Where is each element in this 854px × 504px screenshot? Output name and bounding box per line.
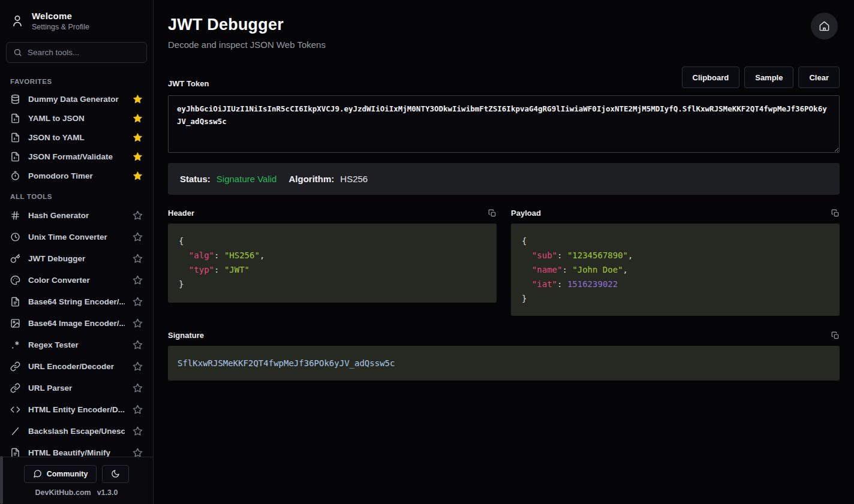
- link-icon: [10, 361, 20, 372]
- sidebar-item-unix-time-converter[interactable]: Unix Time Converter: [0, 226, 153, 248]
- json-token: }: [179, 279, 184, 289]
- clear-button[interactable]: Clear: [798, 67, 840, 88]
- star-filled-icon[interactable]: [133, 152, 143, 162]
- json-line: "alg": "HS256",: [179, 248, 486, 262]
- json-token: "1234567890": [567, 251, 628, 260]
- sidebar-item-hash-generator[interactable]: Hash Generator: [0, 204, 153, 226]
- sidebar-item-label: HTML Entity Encoder/D...: [28, 405, 125, 414]
- sidebar-item-url-parser[interactable]: URL Parser: [0, 377, 153, 399]
- status-bar: Status: Signature Valid Algorithm: HS256: [168, 163, 840, 195]
- sidebar-item-base64-string-encoder[interactable]: Base64 String Encoder/...: [0, 291, 153, 312]
- signature-value: SflKxwRJSMeKKF2QT4fwpMeJf36POk6yJV_adQss…: [168, 346, 840, 381]
- palette-icon: [10, 275, 20, 285]
- clipboard-button[interactable]: Clipboard: [682, 67, 740, 88]
- slash-icon: [10, 426, 20, 436]
- star-outline-icon[interactable]: [133, 448, 143, 458]
- json-token: "iat": [532, 279, 557, 289]
- jwt-token-label: JWT Token: [168, 79, 209, 88]
- sidebar-item-label: Pomodoro Timer: [28, 171, 125, 180]
- timer-icon: [10, 171, 20, 181]
- user-icon: [11, 14, 24, 28]
- search-input[interactable]: [28, 48, 140, 57]
- star-outline-icon[interactable]: [133, 253, 143, 264]
- home-button[interactable]: [811, 13, 838, 40]
- star-outline-icon[interactable]: [133, 318, 143, 328]
- sidebar-item-label: JWT Debugger: [28, 254, 125, 263]
- sidebar-footer: Community DevKitHub.com v1.3.0: [0, 457, 153, 504]
- copy-signature-button[interactable]: [831, 331, 840, 340]
- file-text-icon: [10, 297, 20, 307]
- json-token: :: [557, 279, 567, 289]
- community-button[interactable]: Community: [24, 465, 97, 483]
- json-line: "sub": "1234567890",: [522, 248, 829, 262]
- json-line: {: [522, 234, 829, 248]
- header-panel-label: Header: [168, 209, 194, 218]
- payload-section: Payload { "sub": "1234567890", "name": "…: [511, 209, 840, 316]
- star-outline-icon[interactable]: [133, 210, 143, 221]
- sidebar-item-label: Base64 Image Encoder/...: [28, 319, 125, 328]
- star-outline-icon[interactable]: [133, 383, 143, 393]
- signature-panel-label: Signature: [168, 331, 204, 340]
- sidebar-item-dummy-data-generator[interactable]: Dummy Data Generator: [0, 89, 153, 108]
- star-filled-icon[interactable]: [133, 94, 143, 104]
- sidebar: Welcome Settings & Profile FAVORITES Dum…: [0, 0, 154, 504]
- json-token: ,: [623, 265, 628, 274]
- json-token: [179, 265, 189, 274]
- sidebar-item-color-converter[interactable]: Color Converter: [0, 269, 153, 291]
- copy-payload-button[interactable]: [831, 209, 840, 218]
- star-outline-icon[interactable]: [133, 275, 143, 285]
- sidebar-item-url-encoder-decoder[interactable]: URL Encoder/Decoder: [0, 355, 153, 377]
- page-subtitle: Decode and inspect JSON Web Tokens: [168, 40, 840, 50]
- sidebar-item-label: HTML Beautify/Minify: [28, 448, 125, 457]
- sidebar-item-yaml-to-json[interactable]: YAML to JSON: [0, 108, 153, 128]
- sidebar-item-label: Unix Time Converter: [28, 233, 125, 242]
- star-outline-icon[interactable]: [133, 340, 143, 350]
- favorites-list: Dummy Data GeneratorYAML to JSONJSON to …: [0, 89, 153, 185]
- algorithm-value: HS256: [340, 174, 368, 184]
- star-outline-icon[interactable]: [133, 297, 143, 307]
- sidebar-item-html-entity-encoder-d[interactable]: HTML Entity Encoder/D...: [0, 399, 153, 420]
- file-code-icon: [10, 152, 20, 162]
- app-window: Welcome Settings & Profile FAVORITES Dum…: [0, 0, 854, 504]
- sample-button[interactable]: Sample: [744, 67, 793, 88]
- json-token: ,: [628, 251, 633, 260]
- search-box[interactable]: [6, 42, 147, 63]
- star-outline-icon[interactable]: [133, 361, 143, 372]
- json-token: "name": [532, 265, 563, 274]
- home-icon: [819, 20, 830, 32]
- star-outline-icon[interactable]: [133, 232, 143, 242]
- sidebar-item-backslash-escape-unesc[interactable]: Backslash Escape/Unesc...: [0, 420, 153, 442]
- main-content: JWT Debugger Decode and inspect JSON Web…: [154, 0, 854, 504]
- copy-header-button[interactable]: [488, 209, 497, 218]
- sidebar-item-pomodoro-timer[interactable]: Pomodoro Timer: [0, 166, 153, 185]
- json-token: "HS256": [224, 251, 260, 260]
- sidebar-scrollbar[interactable]: [0, 456, 3, 504]
- json-token: {: [179, 236, 184, 246]
- sidebar-item-json-to-yaml[interactable]: JSON to YAML: [0, 128, 153, 147]
- sidebar-item-label: Base64 String Encoder/...: [28, 297, 125, 306]
- json-token: "alg": [189, 251, 214, 260]
- star-outline-icon[interactable]: [133, 426, 143, 436]
- clock-icon: [10, 232, 20, 242]
- jwt-token-input[interactable]: eyJhbGciOiJIUzI1NiIsInR5cCI6IkpXVCJ9.eyJ…: [168, 95, 840, 153]
- star-filled-icon[interactable]: [133, 113, 143, 123]
- favorites-section-label: FAVORITES: [0, 70, 153, 89]
- sidebar-item-jwt-debugger[interactable]: JWT Debugger: [0, 248, 153, 269]
- json-line: "typ": "JWT": [179, 262, 486, 277]
- star-filled-icon[interactable]: [133, 171, 143, 181]
- theme-toggle-button[interactable]: [102, 465, 129, 483]
- sidebar-item-base64-image-encoder[interactable]: Base64 Image Encoder/...: [0, 312, 153, 334]
- star-outline-icon[interactable]: [133, 405, 143, 415]
- sidebar-item-json-format-validate[interactable]: JSON Format/Validate: [0, 147, 153, 166]
- header-section: Header { "alg": "HS256", "typ": "JWT"}: [168, 209, 497, 316]
- star-filled-icon[interactable]: [133, 132, 143, 143]
- json-token: 1516239022: [567, 279, 618, 289]
- copy-icon: [831, 331, 840, 340]
- sidebar-item-regex-tester[interactable]: Regex Tester: [0, 334, 153, 355]
- payload-panel-label: Payload: [511, 209, 541, 218]
- profile-header[interactable]: Welcome Settings & Profile: [0, 0, 153, 38]
- image-icon: [10, 318, 20, 328]
- json-token: {: [522, 236, 527, 246]
- sidebar-item-label: Color Converter: [28, 276, 125, 285]
- profile-subtitle: Settings & Profile: [32, 23, 89, 31]
